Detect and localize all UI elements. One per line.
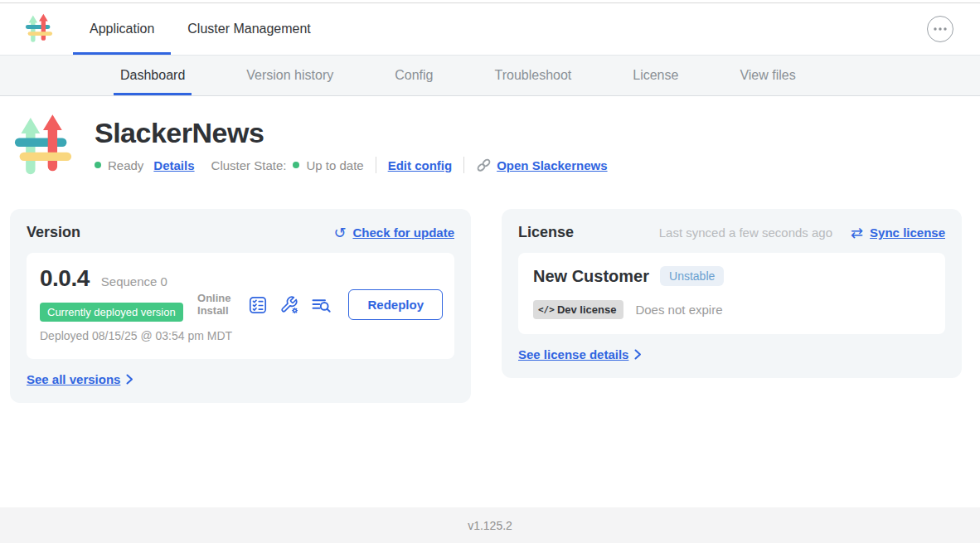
- open-app-link[interactable]: Open Slackernews: [497, 158, 607, 172]
- see-all-versions-link[interactable]: See all versions: [27, 372, 120, 386]
- ellipsis-icon: [934, 27, 947, 31]
- tab-view-files[interactable]: View files: [740, 56, 795, 95]
- tab-view-files-label: View files: [740, 68, 795, 83]
- license-card: License Last synced a few seconds ago ⇄ …: [502, 209, 962, 378]
- divider: [463, 157, 464, 173]
- edit-config-link[interactable]: Edit config: [388, 158, 453, 172]
- check-for-update-link[interactable]: Check for update: [352, 225, 454, 240]
- last-synced-text: Last synced a few seconds ago: [659, 225, 832, 240]
- top-nav: Application Cluster Management: [73, 3, 327, 55]
- tab-config-label: Config: [395, 68, 433, 83]
- console-footer: v1.125.2: [0, 507, 980, 543]
- customer-name: New Customer: [533, 267, 649, 286]
- tab-application[interactable]: Application: [73, 3, 171, 55]
- license-card-title: License: [518, 224, 574, 241]
- details-link[interactable]: Details: [153, 158, 194, 172]
- tab-application-label: Application: [90, 22, 154, 36]
- chevron-right-icon: [634, 349, 642, 360]
- config-wrench-icon[interactable]: [274, 295, 305, 315]
- tab-cluster-management-label: Cluster Management: [187, 22, 311, 36]
- tab-license[interactable]: License: [633, 56, 678, 95]
- app-status-row: Ready Details Cluster State: Up to date …: [95, 157, 608, 173]
- cluster-state-dot: [293, 162, 299, 168]
- current-version-panel: 0.0.4 Sequence 0 Currently deployed vers…: [27, 253, 454, 359]
- cluster-state-value: Up to date: [306, 158, 363, 172]
- app-logo-large-icon: [13, 113, 73, 181]
- page-title: SlackerNews: [95, 118, 608, 148]
- divider: [376, 157, 376, 173]
- license-panel: New Customer Unstable </> Dev license Do…: [518, 253, 945, 334]
- console-version-text: v1.125.2: [468, 519, 512, 532]
- app-title-block: SlackerNews Ready Details Cluster State:…: [0, 96, 980, 181]
- tab-dashboard[interactable]: Dashboard: [120, 56, 185, 95]
- deployed-badge: Currently deployed version: [40, 303, 183, 322]
- tab-config[interactable]: Config: [395, 56, 433, 95]
- version-number: 0.0.4: [40, 265, 90, 292]
- overflow-menu-button[interactable]: [927, 16, 953, 42]
- sync-license-link[interactable]: Sync license: [870, 225, 945, 240]
- tab-license-label: License: [633, 68, 678, 83]
- app-logo-icon[interactable]: [25, 12, 53, 46]
- install-type-label: Online Install: [197, 293, 230, 318]
- chevron-right-icon: [126, 374, 133, 385]
- tab-version-history-label: Version history: [246, 68, 333, 83]
- license-expiry-text: Does not expire: [635, 303, 722, 317]
- refresh-icon: ↺: [333, 225, 346, 240]
- app-status-text: Ready: [108, 158, 143, 172]
- channel-badge: Unstable: [660, 266, 724, 286]
- sync-icon: ⇄: [851, 225, 863, 240]
- version-card-title: Version: [27, 224, 80, 241]
- tab-dashboard-label: Dashboard: [120, 68, 185, 83]
- see-license-details-link[interactable]: See license details: [518, 347, 628, 361]
- sequence-label: Sequence 0: [101, 274, 167, 288]
- license-type-label: Dev license: [557, 303, 617, 316]
- redeploy-button[interactable]: Redeploy: [348, 289, 443, 320]
- code-icon: </>: [538, 304, 555, 315]
- cluster-state-label: Cluster State:: [211, 158, 287, 172]
- version-card: Version ↺ Check for update 0.0.4 Sequenc…: [10, 209, 471, 403]
- deployed-timestamp: Deployed 08/15/25 @ 03:54 pm MDT: [40, 329, 239, 344]
- tab-version-history[interactable]: Version history: [246, 56, 333, 95]
- version-actions: Online Install: [197, 289, 443, 320]
- tab-troubleshoot-label: Troubleshoot: [494, 68, 571, 83]
- link-chain-icon: [476, 158, 492, 173]
- tab-troubleshoot[interactable]: Troubleshoot: [494, 56, 571, 95]
- view-logs-icon[interactable]: [305, 295, 338, 315]
- dashboard-main: SlackerNews Ready Details Cluster State:…: [0, 96, 980, 507]
- app-header-bar: Application Cluster Management: [0, 3, 980, 56]
- tab-cluster-management[interactable]: Cluster Management: [171, 3, 327, 55]
- preflight-checks-icon[interactable]: [242, 295, 274, 315]
- license-type-badge: </> Dev license: [533, 300, 623, 319]
- app-status-dot: [95, 162, 101, 168]
- app-subnav: Dashboard Version history Config Trouble…: [0, 56, 980, 96]
